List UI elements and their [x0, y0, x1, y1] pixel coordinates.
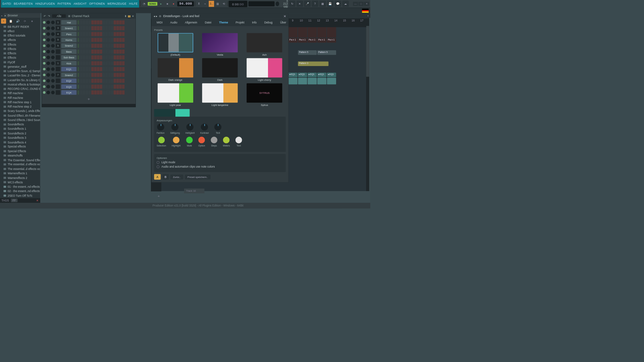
- channel-select[interactable]: [77, 67, 79, 71]
- channel-name[interactable]: EQ1: [61, 67, 76, 71]
- step-cell[interactable]: [97, 20, 100, 24]
- channel-pan[interactable]: [47, 32, 50, 36]
- step-cell[interactable]: [80, 90, 83, 95]
- step-cell[interactable]: [114, 32, 116, 36]
- audio-clip[interactable]: [298, 27, 307, 38]
- step-cell[interactable]: [105, 73, 108, 77]
- step-cell[interactable]: [94, 20, 97, 24]
- step-cell[interactable]: [116, 32, 119, 36]
- collapse-icon[interactable]: ▸: [5, 14, 6, 17]
- step-cell[interactable]: [119, 79, 122, 83]
- step-cell[interactable]: [100, 32, 102, 36]
- step-cell[interactable]: [83, 73, 86, 77]
- step-cell[interactable]: [114, 50, 116, 54]
- channel-number[interactable]: 7: [56, 73, 60, 77]
- step-cell[interactable]: [91, 20, 94, 24]
- step-cell[interactable]: [83, 90, 86, 95]
- view1-icon[interactable]: ▦: [319, 1, 326, 7]
- step-cell[interactable]: [111, 32, 113, 36]
- step-cell[interactable]: [116, 55, 119, 59]
- menu-ansicht[interactable]: ANSICHT: [73, 2, 87, 5]
- pan-clip[interactable]: Pa n 1: [308, 38, 317, 43]
- step-cell[interactable]: [89, 32, 91, 36]
- step-cell[interactable]: [105, 61, 108, 65]
- step-cell[interactable]: [91, 32, 94, 36]
- step-cell[interactable]: [91, 44, 94, 48]
- step-cell[interactable]: [94, 90, 97, 95]
- step-cell[interactable]: [116, 50, 119, 54]
- settings-nav-icon[interactable]: ◂ ▸: [154, 14, 157, 18]
- step-cell[interactable]: [114, 84, 116, 88]
- browser-folder[interactable]: Effects: [0, 56, 40, 60]
- step-cell[interactable]: [116, 20, 119, 24]
- menu-hinzufugen[interactable]: HINZUFUGEN: [35, 2, 55, 5]
- step-cell[interactable]: [83, 26, 86, 30]
- playlist-scrollbar[interactable]: [366, 18, 369, 191]
- knob-farbton[interactable]: [157, 123, 164, 130]
- step-cell[interactable]: [105, 44, 108, 48]
- browser-folder[interactable]: Effects: [0, 51, 40, 55]
- step-cell[interactable]: [91, 90, 94, 95]
- step-cell[interactable]: [116, 26, 119, 30]
- channel-select[interactable]: [77, 55, 79, 59]
- step-cell[interactable]: [89, 61, 91, 65]
- channel-vol[interactable]: [51, 79, 55, 83]
- step-cell[interactable]: [119, 32, 122, 36]
- channel-vol[interactable]: [51, 73, 55, 77]
- step-cell[interactable]: [111, 44, 113, 48]
- step-cell[interactable]: [102, 32, 105, 36]
- step-cell[interactable]: [97, 73, 100, 77]
- step-cell[interactable]: [91, 55, 94, 59]
- step-cell[interactable]: [111, 84, 113, 88]
- step-cell[interactable]: [89, 84, 91, 88]
- step-cell[interactable]: [91, 61, 94, 65]
- step-cell[interactable]: [111, 67, 113, 71]
- channel-name[interactable]: Snare1: [61, 26, 76, 31]
- step-cell[interactable]: [105, 90, 108, 95]
- play-button[interactable]: ▸: [158, 1, 164, 6]
- audio-icon[interactable]: 🔊: [15, 18, 20, 23]
- step-cell[interactable]: [105, 20, 108, 24]
- radio-icon[interactable]: [157, 161, 159, 164]
- tab-info[interactable]: Info: [249, 19, 260, 25]
- step-cell[interactable]: [94, 44, 97, 48]
- channel-vol[interactable]: [51, 26, 55, 30]
- step-cell[interactable]: [122, 73, 125, 77]
- step-cell[interactable]: [119, 61, 122, 65]
- step-cell[interactable]: [97, 38, 100, 42]
- browser-folder[interactable]: WC3 effects: [0, 180, 40, 184]
- step-cell[interactable]: [94, 50, 97, 54]
- step-cell[interactable]: [100, 50, 102, 54]
- swatch-steps[interactable]: [211, 137, 217, 143]
- browser-folder[interactable]: musical effects & footsteps: [0, 82, 40, 86]
- step-cell[interactable]: [111, 79, 113, 83]
- browser-folder[interactable]: Special effects: [0, 144, 40, 149]
- stop-button[interactable]: ■: [165, 1, 170, 6]
- step-cell[interactable]: [116, 73, 119, 77]
- channel-pan[interactable]: [47, 26, 50, 30]
- step-cell[interactable]: [86, 61, 88, 65]
- step-cell[interactable]: [122, 38, 125, 42]
- channel-number[interactable]: [56, 78, 60, 83]
- metronome-icon[interactable]: ⊼: [196, 1, 202, 7]
- swatch-meters[interactable]: [223, 137, 230, 143]
- browser-folder[interactable]: Soundeffects 1: [0, 127, 40, 131]
- channel-select[interactable]: [77, 26, 79, 30]
- eq-body-clip[interactable]: [327, 78, 336, 84]
- browser-list[interactable]: BB RUFF RIDEReffectEffect tutorialseffec…: [0, 24, 40, 198]
- step-cell[interactable]: [83, 38, 86, 42]
- step-cell[interactable]: [86, 32, 88, 36]
- browser-folder[interactable]: Sound Effect..ith Filenames): [0, 113, 40, 118]
- channel-vol[interactable]: [51, 38, 55, 42]
- channel-vol[interactable]: [51, 85, 55, 88]
- step-cell[interactable]: [111, 50, 113, 54]
- step-cell[interactable]: [94, 67, 97, 71]
- channel-number[interactable]: [56, 67, 60, 71]
- step-cell[interactable]: [83, 55, 86, 59]
- step-cell[interactable]: [122, 50, 125, 54]
- channel-name[interactable]: EQ2: [61, 78, 76, 83]
- right-toggle[interactable]: ▸: [367, 13, 370, 18]
- step-cell[interactable]: [102, 20, 105, 24]
- step-cell[interactable]: [89, 44, 91, 48]
- tab-datei[interactable]: Datei: [202, 19, 215, 25]
